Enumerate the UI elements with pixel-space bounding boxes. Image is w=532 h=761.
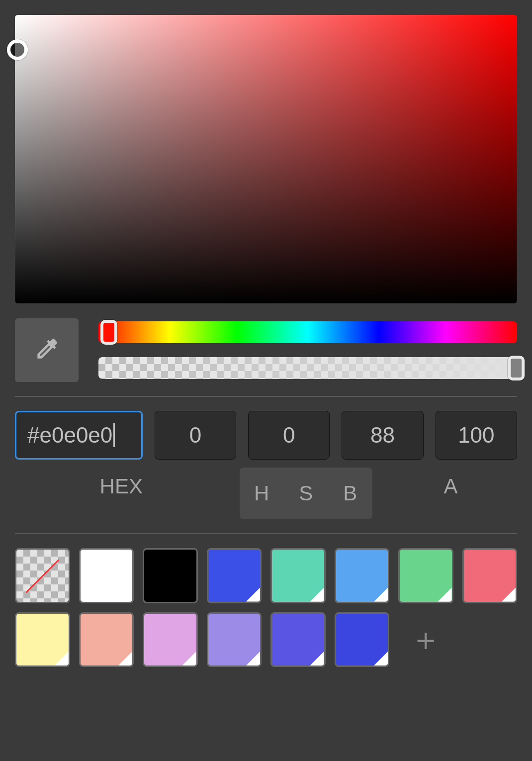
swatch-9[interactable] <box>79 612 134 667</box>
divider <box>15 533 517 534</box>
hsb-mode-toggle[interactable]: H S B <box>240 468 372 519</box>
sliders-column <box>98 318 517 382</box>
hex-input[interactable]: #e0e0e0 <box>15 411 143 460</box>
swatch-5[interactable] <box>335 548 390 603</box>
s-label: S <box>284 475 328 512</box>
swatch-2[interactable] <box>143 548 198 603</box>
hue-input[interactable]: 0 <box>155 411 236 460</box>
hue-slider-handle[interactable] <box>100 320 117 345</box>
alpha-input[interactable]: 100 <box>436 411 517 460</box>
slider-row <box>15 318 517 382</box>
swatch-13[interactable] <box>335 612 390 667</box>
swatch-1[interactable] <box>79 548 134 603</box>
swatch-8[interactable] <box>15 612 70 667</box>
brightness-value: 88 <box>370 423 395 448</box>
text-caret <box>113 423 115 447</box>
hex-label: HEX <box>15 468 228 519</box>
saturation-value-area[interactable] <box>15 15 517 303</box>
hex-value: #e0e0e0 <box>27 423 112 448</box>
labels-row: HEX H S B A <box>15 468 517 519</box>
a-label: A <box>384 468 517 519</box>
inputs-row: #e0e0e0 0 0 88 100 <box>15 411 517 460</box>
swatch-0[interactable] <box>15 548 70 603</box>
alpha-slider[interactable] <box>98 357 517 379</box>
swatch-4[interactable] <box>270 548 326 603</box>
swatch-10[interactable] <box>143 612 198 667</box>
color-picker-panel: #e0e0e0 0 0 88 100 HEX H S B A ＋ <box>0 0 532 682</box>
brightness-input[interactable]: 88 <box>342 411 423 460</box>
sv-cursor <box>7 39 28 60</box>
divider <box>15 396 517 397</box>
swatch-6[interactable] <box>398 548 453 603</box>
h-label: H <box>240 475 284 512</box>
saturation-value: 0 <box>283 423 295 448</box>
eyedropper-icon <box>33 335 61 365</box>
alpha-value: 100 <box>458 423 494 448</box>
swatch-7[interactable] <box>462 548 518 603</box>
plus-icon: ＋ <box>410 618 442 661</box>
add-swatch-button[interactable]: ＋ <box>398 612 453 667</box>
alpha-slider-handle[interactable] <box>508 356 525 380</box>
swatch-3[interactable] <box>207 548 262 603</box>
saturation-input[interactable]: 0 <box>248 411 330 460</box>
swatches-grid: ＋ <box>15 548 517 667</box>
swatch-11[interactable] <box>207 612 262 667</box>
eyedropper-button[interactable] <box>15 318 79 382</box>
b-label: B <box>328 475 372 512</box>
hue-slider[interactable] <box>98 321 517 343</box>
swatch-12[interactable] <box>270 612 326 667</box>
hue-value: 0 <box>189 423 201 448</box>
